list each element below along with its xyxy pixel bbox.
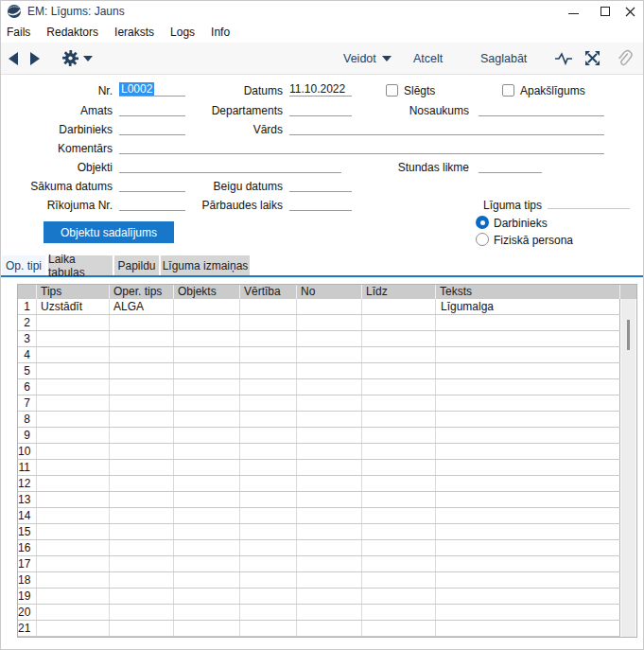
table-cell[interactable] (362, 331, 436, 346)
datums-input[interactable]: 11.10.2022 (289, 82, 352, 97)
table-cell[interactable] (297, 589, 362, 604)
table-cell[interactable] (297, 460, 362, 475)
table-cell[interactable] (174, 508, 240, 523)
objekti-input[interactable] (119, 159, 341, 173)
table-cell[interactable] (297, 315, 362, 330)
table-cell[interactable] (110, 460, 174, 475)
table-cell[interactable] (362, 524, 436, 539)
table-cell[interactable] (436, 605, 620, 620)
table-cell[interactable] (297, 605, 362, 620)
table-cell[interactable] (297, 572, 362, 588)
table-cell[interactable] (362, 605, 436, 620)
amats-input[interactable] (119, 102, 185, 116)
table-cell[interactable] (240, 460, 297, 475)
table-cell[interactable] (37, 444, 110, 459)
table-cell[interactable] (362, 299, 436, 314)
tab-laika-tabulas[interactable]: Laika tabulas (48, 255, 113, 275)
table-cell[interactable] (37, 524, 110, 539)
table-cell[interactable] (174, 347, 240, 362)
table-cell[interactable] (37, 412, 110, 427)
tab-papildu[interactable]: Papildu (114, 255, 159, 275)
table-cell[interactable] (110, 492, 174, 507)
expand-button[interactable] (584, 43, 600, 74)
vards-input[interactable] (289, 121, 604, 135)
table-cell[interactable] (37, 572, 110, 588)
stundas-likme-input[interactable] (479, 159, 542, 173)
table-cell[interactable] (362, 589, 436, 604)
table-cell[interactable] (436, 460, 620, 475)
table-cell[interactable] (297, 540, 362, 555)
menu-info[interactable]: Info (211, 26, 230, 39)
table-cell[interactable] (436, 589, 620, 604)
table-cell[interactable] (110, 331, 174, 346)
table-cell[interactable] (297, 331, 362, 346)
sakuma-datums-input[interactable] (119, 178, 185, 192)
table-cell[interactable] (110, 347, 174, 362)
table-cell[interactable] (297, 492, 362, 507)
table-cell[interactable] (174, 589, 240, 604)
table-cell[interactable] (240, 492, 297, 507)
table-cell[interactable] (240, 572, 297, 588)
table-cell[interactable] (110, 315, 174, 330)
table-cell[interactable] (240, 428, 297, 443)
table-cell[interactable] (240, 412, 297, 427)
nosaukums-input[interactable] (479, 102, 604, 116)
table-cell[interactable] (362, 492, 436, 507)
table-cell[interactable] (297, 299, 362, 314)
table-cell[interactable] (37, 589, 110, 604)
table-cell[interactable] (362, 412, 436, 427)
table-cell[interactable] (240, 331, 297, 346)
menu-redaktors[interactable]: Redaktors (46, 26, 98, 39)
table-cell[interactable] (240, 444, 297, 459)
table-cell[interactable] (240, 621, 297, 636)
table-cell[interactable] (297, 508, 362, 523)
table-cell[interactable] (174, 605, 240, 620)
previous-record-button[interactable] (9, 43, 18, 74)
menu-logs[interactable]: Logs (170, 26, 195, 39)
table-cell[interactable] (110, 605, 174, 620)
table-cell[interactable] (436, 331, 620, 346)
table-cell[interactable] (362, 572, 436, 588)
table-cell[interactable] (174, 572, 240, 588)
table-cell[interactable] (297, 524, 362, 539)
apaksligums-checkbox[interactable] (502, 84, 514, 97)
table-cell[interactable] (174, 315, 240, 330)
parbaudes-laiks-input[interactable] (289, 197, 352, 211)
table-cell[interactable] (110, 476, 174, 491)
table-cell[interactable] (436, 492, 620, 507)
table-cell[interactable] (37, 460, 110, 475)
table-cell[interactable] (110, 428, 174, 443)
settings-menu-button[interactable] (61, 43, 93, 74)
table-cell[interactable] (240, 315, 297, 330)
table-cell[interactable] (436, 395, 620, 411)
table-cell[interactable] (37, 556, 110, 571)
table-cell[interactable] (174, 460, 240, 475)
darbinieks-radio[interactable] (476, 216, 489, 229)
menu-ieraksts[interactable]: Ieraksts (114, 26, 154, 39)
table-cell[interactable] (174, 621, 240, 636)
objektu-sadalijums-button[interactable]: Objektu sadalījums (44, 221, 174, 243)
activity-button[interactable] (554, 43, 573, 74)
table-cell[interactable] (362, 476, 436, 491)
rikojuma-nr-input[interactable] (119, 197, 185, 211)
table-cell[interactable] (362, 444, 436, 459)
table-cell[interactable] (240, 363, 297, 378)
nr-input[interactable]: L0002 (119, 82, 185, 97)
table-cell[interactable] (297, 379, 362, 395)
table-cell[interactable] (362, 347, 436, 362)
table-cell[interactable] (110, 508, 174, 523)
table-cell[interactable] (362, 428, 436, 443)
table-cell[interactable] (297, 621, 362, 636)
scrollbar-thumb[interactable] (627, 320, 630, 350)
darbinieks-input[interactable] (119, 121, 185, 135)
table-cell[interactable] (436, 508, 620, 523)
table-cell[interactable] (297, 412, 362, 427)
table-cell[interactable] (174, 379, 240, 395)
vertical-scrollbar[interactable] (621, 299, 635, 637)
table-cell[interactable] (362, 556, 436, 571)
table-cell[interactable] (436, 524, 620, 539)
table-cell[interactable]: Uzstādīt (37, 299, 110, 314)
table-cell[interactable] (110, 540, 174, 555)
table-cell[interactable] (240, 589, 297, 604)
close-button[interactable] (618, 1, 642, 22)
